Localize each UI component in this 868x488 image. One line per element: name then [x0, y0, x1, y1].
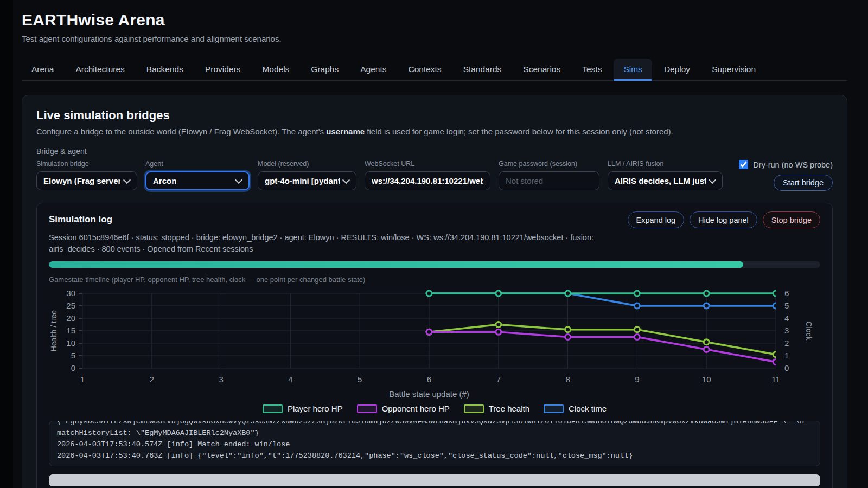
simulation-log-header: Simulation log Expand log Hide log panel…: [49, 211, 820, 228]
svg-text:5: 5: [784, 301, 789, 310]
svg-text:Health / tree: Health / tree: [49, 310, 58, 351]
legend-swatch-icon: [464, 404, 484, 413]
model-label: Model (reserved): [258, 160, 356, 168]
svg-text:15: 15: [66, 326, 75, 335]
chart-wrap: 12345678910110510152025300123456Health /…: [49, 286, 820, 403]
bridges-description-pre: Configure a bridge to the outside world …: [36, 127, 326, 136]
dry-run-checkbox[interactable]: [739, 160, 748, 169]
tab-models[interactable]: Models: [252, 59, 299, 80]
svg-text:0: 0: [784, 363, 789, 373]
field-game-password: Game password (session): [499, 160, 599, 190]
simulation-bridge-label: Simulation bridge: [36, 160, 137, 168]
legend-item-player-hero-hp[interactable]: Player hero HP: [263, 404, 343, 413]
tab-agents[interactable]: Agents: [350, 59, 396, 80]
tab-deploy[interactable]: Deploy: [654, 59, 700, 80]
bridges-description-post: field is used for game login; set the pa…: [365, 127, 673, 136]
game-password-input[interactable]: [499, 171, 599, 190]
tab-sims[interactable]: Sims: [614, 59, 652, 80]
tab-tests[interactable]: Tests: [572, 59, 611, 80]
chart-caption: Gamestate timeline (player HP, opponent …: [49, 275, 820, 284]
page-subtitle: Test agent configurations against perfor…: [22, 34, 847, 43]
fusion-value: AIRIS decides, LLM just: [615, 176, 706, 185]
tab-scenarios[interactable]: Scenarios: [513, 59, 570, 80]
legend-item-clock-time[interactable]: Clock time: [544, 404, 607, 413]
field-agent: Agent Arcon: [145, 160, 250, 190]
dry-run-label: Dry-run (no WS probe): [753, 160, 833, 169]
tab-backends[interactable]: Backends: [137, 59, 193, 80]
model-select[interactable]: gpt-4o-mini [pydantic: [258, 171, 356, 190]
log-output[interactable]: { EghyMDcSATfEZXNjcmtwdGtvbjUgQWxsbGxhcW…: [49, 421, 820, 466]
legend-label: Clock time: [569, 404, 607, 413]
svg-text:10: 10: [66, 338, 75, 348]
tab-architectures[interactable]: Architectures: [66, 59, 134, 80]
svg-text:5: 5: [71, 351, 75, 360]
websocket-url-label: WebSocket URL: [365, 160, 490, 168]
fusion-select[interactable]: AIRIS decides, LLM just: [608, 171, 723, 190]
svg-text:20: 20: [66, 313, 75, 323]
svg-text:Battle state update (#): Battle state update (#): [389, 389, 469, 399]
start-bridge-button[interactable]: Start bridge: [774, 175, 833, 191]
svg-text:1: 1: [80, 375, 85, 384]
svg-text:4: 4: [288, 375, 292, 384]
chevron-down-icon: [235, 176, 242, 183]
chart-legend: Player hero HPOpponent hero HPTree healt…: [49, 404, 820, 413]
bridges-card: Live simulation bridges Configure a brid…: [22, 95, 847, 488]
stop-bridge-button[interactable]: Stop bridge: [763, 211, 820, 228]
chevron-down-icon: [123, 176, 131, 183]
svg-text:3: 3: [784, 326, 789, 335]
log-buttons: Expand log Hide log panel Stop bridge: [628, 211, 820, 228]
tab-arena[interactable]: Arena: [22, 59, 63, 80]
legend-swatch-icon: [263, 404, 283, 413]
svg-text:30: 30: [66, 288, 75, 298]
tab-contexts[interactable]: Contexts: [398, 59, 451, 80]
log-line: 2026-04-03T17:53:40.763Z [info] {"level"…: [57, 450, 812, 461]
field-model: Model (reserved) gpt-4o-mini [pydantic: [258, 160, 356, 190]
log-scroll-content: { EghyMDcSATfEZXNjcmtwdGtvbjUgQWxsbGxhcW…: [57, 421, 812, 461]
progress-bar: [49, 261, 820, 268]
fusion-label: LLM / AIRIS fusion: [608, 160, 723, 168]
svg-text:2: 2: [784, 338, 789, 348]
session-meta: Session 6015c8946e6f · status: stopped ·…: [49, 232, 637, 255]
dry-run-option: Dry-run (no WS probe): [739, 160, 833, 169]
svg-text:4: 4: [784, 313, 789, 323]
svg-text:11: 11: [771, 375, 780, 384]
log-line: { EghyMDcSATfEZXNjcmtwdGtvbjUgQWxsbGxhcW…: [57, 421, 812, 427]
bridges-description-username: username: [326, 127, 365, 136]
field-websocket-url: WebSocket URL: [365, 160, 490, 190]
simulation-log-title: Simulation log: [49, 214, 112, 225]
legend-item-opponent-hero-hp[interactable]: Opponent hero HP: [357, 404, 450, 413]
hide-log-panel-button[interactable]: Hide log panel: [690, 211, 757, 228]
svg-text:8: 8: [565, 375, 570, 384]
legend-item-tree-health[interactable]: Tree health: [464, 404, 529, 413]
legend-swatch-icon: [357, 404, 377, 413]
legend-label: Opponent hero HP: [382, 404, 450, 413]
chevron-down-icon: [709, 176, 716, 183]
legend-label: Tree health: [489, 404, 529, 413]
svg-text:6: 6: [784, 288, 789, 298]
page: EARTHwise Arena Test agent configuration…: [0, 0, 868, 488]
svg-text:1: 1: [784, 351, 789, 360]
tab-providers[interactable]: Providers: [195, 59, 250, 80]
svg-text:6: 6: [427, 375, 431, 384]
simulation-bridge-select[interactable]: Elowyn (Frag server): [36, 171, 137, 190]
agent-value: Arcon: [153, 176, 176, 185]
expand-log-button[interactable]: Expand log: [628, 211, 685, 228]
tab-bar: ArenaArchitecturesBackendsProvidersModel…: [22, 59, 847, 81]
svg-text:Clock: Clock: [805, 322, 813, 341]
tab-standards[interactable]: Standards: [454, 59, 512, 80]
bridge-form-row: Simulation bridge Elowyn (Frag server) A…: [36, 160, 833, 191]
svg-text:3: 3: [219, 375, 223, 384]
tab-supervision[interactable]: Supervision: [702, 59, 765, 80]
simulation-log-panel: Simulation log Expand log Hide log panel…: [36, 203, 833, 488]
bridge-agent-group-label: Bridge & agent: [36, 147, 833, 156]
bottom-scrollbar[interactable]: [49, 474, 820, 486]
game-password-label: Game password (session): [499, 160, 599, 168]
tab-graphs[interactable]: Graphs: [301, 59, 348, 80]
bridges-title: Live simulation bridges: [36, 108, 833, 123]
agent-select[interactable]: Arcon: [145, 171, 250, 190]
svg-text:10: 10: [702, 375, 711, 384]
field-fusion: LLM / AIRIS fusion AIRIS decides, LLM ju…: [608, 160, 723, 190]
chevron-down-icon: [342, 176, 350, 183]
progress-fill: [49, 261, 743, 268]
websocket-url-input[interactable]: [365, 171, 490, 190]
